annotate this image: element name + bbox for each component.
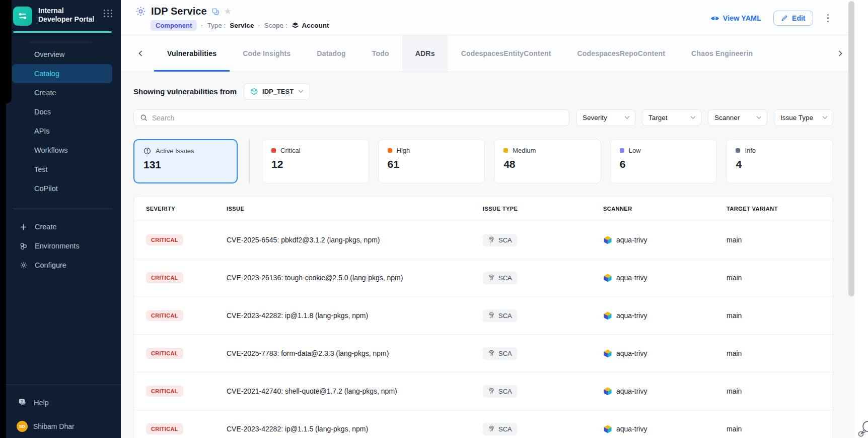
view-yaml-button[interactable]: View YAML: [710, 14, 761, 22]
stats-divider: [249, 139, 250, 183]
low-dot-icon: [620, 148, 624, 153]
medium-dot-icon: [503, 148, 508, 153]
trivy-icon: [603, 311, 612, 320]
source-select[interactable]: IDP_TEST: [244, 83, 310, 100]
trivy-icon: [603, 424, 612, 433]
sidebar-item-test[interactable]: Test: [12, 160, 112, 179]
more-options-icon[interactable]: [825, 12, 831, 25]
filter-target[interactable]: Target: [642, 109, 701, 126]
search-box: [133, 109, 569, 126]
trivy-icon: [603, 273, 612, 282]
table-row[interactable]: CRITICAL CVE-2023-42282: ip@1.1.5 (lang-…: [134, 410, 833, 438]
vulnerabilities-table: SEVERITY ISSUE ISSUE TYPE SCANNER TARGET…: [133, 196, 833, 438]
flow-logo-icon: [17, 11, 28, 22]
severity-badge: CRITICAL: [146, 386, 183, 397]
severity-card-high[interactable]: High 61: [378, 139, 485, 183]
sidebar-divider: [13, 209, 112, 209]
tab-datadog[interactable]: Datadog: [304, 35, 358, 72]
issue-text: CVE-2023-26136: tough-cookie@2.5.0 (lang…: [227, 274, 483, 282]
active-issues-count: 131: [143, 159, 228, 171]
apps-grid-icon[interactable]: [104, 10, 113, 17]
brand-title: Internal Developer Portal: [38, 7, 98, 24]
sidebar-item-overview[interactable]: Overview: [12, 45, 112, 64]
tab-codespaces-repo-content[interactable]: CodespacesRepoContent: [564, 35, 679, 72]
sidebar-item-copilot[interactable]: CoPilot: [12, 179, 112, 198]
info-dot-icon: [736, 148, 740, 153]
severity-card-critical[interactable]: Critical 12: [262, 139, 369, 183]
help-button[interactable]: ? Help: [0, 385, 121, 407]
severity-card-info[interactable]: Info 4: [726, 139, 833, 183]
sidebar-action-create[interactable]: Create: [12, 217, 112, 236]
tab-chaos-engineering[interactable]: Chaos Engineerin: [678, 35, 766, 72]
filter-issue-type[interactable]: Issue Type: [774, 109, 833, 126]
sidebar-item-apis[interactable]: APIs: [12, 121, 112, 141]
tab-codespaces-entity-content[interactable]: CodespacesEntityContent: [448, 35, 564, 72]
search-input[interactable]: [152, 114, 563, 122]
active-issues-card[interactable]: Active Issues 131: [133, 139, 238, 183]
chevron-down-icon: [624, 116, 630, 119]
table-row[interactable]: CRITICAL CVE-2025-7783: form-data@2.3.3 …: [134, 334, 833, 372]
brand-accent-bar: [13, 31, 112, 33]
filter-scanner[interactable]: Scanner: [708, 109, 767, 126]
sidebar: Internal Developer Portal Overview Catal…: [0, 0, 121, 438]
sidebar-footer: ? Help SD Shibam Dhar: [0, 385, 121, 438]
trivy-icon: [603, 387, 612, 396]
main-area: IDP Service ★ Component · Type : Service…: [121, 0, 868, 438]
medium-count: 48: [503, 158, 592, 170]
active-issues-label: Active Issues: [156, 147, 194, 155]
source-value: IDP_TEST: [262, 88, 294, 95]
severity-badge: CRITICAL: [146, 423, 183, 434]
sidebar-item-docs[interactable]: Docs: [12, 102, 112, 121]
scanner-name: aqua-trivy: [616, 236, 647, 244]
issue-text: CVE-2021-42740: shell-quote@1.7.2 (lang-…: [227, 387, 483, 395]
showing-label: Showing vulnerabilities from: [133, 87, 237, 96]
sidebar-actions: Create Environments Configure: [0, 217, 121, 275]
sidebar-item-create[interactable]: Create: [12, 83, 112, 102]
sidebar-action-configure[interactable]: Configure: [12, 256, 112, 275]
portal-logo[interactable]: [13, 7, 32, 26]
sidebar-item-workflows[interactable]: Workflows: [12, 141, 112, 160]
tab-code-insights[interactable]: Code Insights: [230, 35, 304, 72]
trivy-icon: [603, 235, 612, 244]
table-row[interactable]: CRITICAL CVE-2023-42282: ip@1.1.8 (lang-…: [134, 296, 833, 334]
scanner-name: aqua-trivy: [616, 387, 647, 395]
high-count: 61: [388, 158, 476, 170]
sidebar-item-catalog[interactable]: Catalog: [12, 64, 112, 83]
severity-card-medium[interactable]: Medium 48: [494, 139, 601, 183]
tab-scroll-left-icon[interactable]: [136, 35, 145, 72]
sidebar-divider: [29, 42, 92, 42]
severity-card-low[interactable]: Low 6: [610, 139, 717, 183]
table-row[interactable]: CRITICAL CVE-2025-6545: pbkdf2@3.1.2 (la…: [134, 221, 833, 259]
scope-label: Scope :: [264, 22, 287, 29]
scanner-name: aqua-trivy: [616, 311, 647, 320]
edit-button[interactable]: Edit: [773, 11, 813, 26]
issue-type-chip: SCA: [483, 272, 517, 284]
issue-type-chip: SCA: [483, 347, 517, 360]
fingerprint-icon: [488, 274, 495, 281]
table-row[interactable]: CRITICAL CVE-2021-42740: shell-quote@1.7…: [134, 372, 833, 410]
chat-widget-icon[interactable]: [855, 419, 868, 437]
issue-type-chip: SCA: [483, 423, 517, 435]
tab-todo[interactable]: Todo: [359, 35, 402, 72]
gear-icon: [19, 261, 28, 269]
table-header: SEVERITY ISSUE ISSUE TYPE SCANNER TARGET…: [134, 197, 833, 221]
table-row[interactable]: CRITICAL CVE-2023-26136: tough-cookie@2.…: [134, 259, 833, 296]
filter-severity[interactable]: Severity: [576, 109, 635, 126]
severity-badge: CRITICAL: [146, 272, 183, 283]
copy-icon[interactable]: [211, 8, 220, 16]
tab-adrs[interactable]: ADRs: [402, 35, 448, 72]
issue-type-chip: SCA: [483, 385, 517, 398]
tab-scroll-right-icon[interactable]: [836, 35, 845, 72]
scrollbar-gutter: [854, 0, 868, 438]
issue-type-chip: SCA: [483, 309, 517, 322]
user-menu[interactable]: SD Shibam Dhar: [0, 407, 121, 438]
severity-badge: CRITICAL: [146, 310, 183, 321]
tab-vulnerabilities[interactable]: Vulnerabilities: [154, 35, 230, 72]
cube-icon: [250, 88, 258, 95]
vertical-scrollbar[interactable]: [848, 1, 854, 296]
low-count: 6: [620, 158, 708, 170]
fingerprint-icon: [488, 350, 495, 357]
favorite-star-icon[interactable]: ★: [224, 7, 232, 16]
fingerprint-icon: [488, 312, 495, 319]
sidebar-action-environments[interactable]: Environments: [12, 236, 112, 256]
